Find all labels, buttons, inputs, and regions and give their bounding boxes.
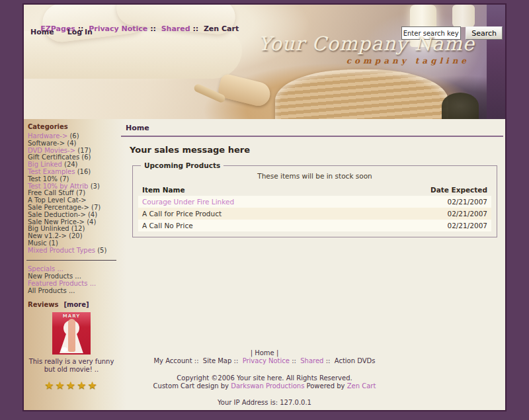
footer-link: :: xyxy=(323,357,334,364)
category-link[interactable]: Sale Percentage-> xyxy=(28,204,89,211)
category-link[interactable]: New v1.2-> xyxy=(28,232,67,239)
nav-login[interactable]: Log In xyxy=(67,28,93,36)
table-row: Courage Under Fire Linked 02/21/2007 xyxy=(138,196,491,208)
category-link[interactable]: Test Examples xyxy=(28,168,75,175)
credit-segment[interactable]: Zen Cart xyxy=(347,382,376,390)
breadcrumb[interactable]: Home xyxy=(119,119,505,136)
category-link[interactable]: Big Unlinked xyxy=(28,225,69,232)
footer-home-link[interactable]: | Home | xyxy=(24,349,505,358)
categories-heading: Categories xyxy=(24,121,119,132)
category-link[interactable]: Sale New Price-> xyxy=(28,218,85,226)
category-count: (24) xyxy=(64,161,78,168)
product-name: A Call for Price Product xyxy=(142,210,428,218)
footer-link[interactable]: Shared xyxy=(300,357,323,364)
poster-title: MARY xyxy=(52,314,91,319)
category-count: (7) xyxy=(60,175,69,183)
info-link-row: Specials ... xyxy=(28,265,119,273)
reviews-more-link[interactable]: [more] xyxy=(63,301,89,308)
table-header-row: Item Name Date Expected xyxy=(138,184,491,196)
category-count: (6) xyxy=(69,132,79,140)
footer-link[interactable]: Action DVDs xyxy=(335,357,376,364)
category-list: Hardware-> (6) Software-> (4) DVD Movies… xyxy=(24,132,119,255)
header-right-band xyxy=(487,5,505,119)
info-link[interactable]: All Products ... xyxy=(28,287,75,294)
category-link[interactable]: Test 10% by Attrib xyxy=(28,183,88,190)
category-count: (5) xyxy=(97,247,106,254)
category-link[interactable]: Big Linked xyxy=(28,161,62,168)
info-link-row: All Products ... xyxy=(28,287,119,294)
breadcrumb-rule xyxy=(121,136,503,137)
col-date-expected: Date Expected xyxy=(428,186,487,194)
main-nav: HomeLog In xyxy=(30,28,106,36)
category-count: (1) xyxy=(49,239,58,247)
footer-credits: Custom Cart design by Darkswan Productio… xyxy=(24,382,505,399)
credit-segment: Custom Cart design by xyxy=(153,382,231,390)
info-link[interactable]: New Products ... xyxy=(28,273,81,280)
footer-link: :: xyxy=(290,357,300,364)
upcoming-products-panel: Upcoming Products These items will be in… xyxy=(132,161,497,237)
footer-link: :: xyxy=(192,357,203,364)
company-name: Your Company Name xyxy=(259,32,475,55)
upcoming-legend: Upcoming Products xyxy=(141,161,224,169)
copyright-text: Copyright ©2006 Your site here. All Righ… xyxy=(24,374,505,383)
site-header: EZPages :: Privacy Notice :: Shared :: Z… xyxy=(24,5,505,119)
category-link[interactable]: A Top Level Cat-> xyxy=(28,196,87,204)
candle-decor xyxy=(452,5,475,27)
nav-link: :: xyxy=(147,24,161,33)
footer-link[interactable]: My Account xyxy=(153,357,192,364)
category-count: (16) xyxy=(77,168,91,175)
nav-home[interactable]: Home xyxy=(30,28,54,36)
poster-figure xyxy=(68,319,75,352)
category-link[interactable]: Mixed Product Types xyxy=(28,247,95,254)
category-link[interactable]: DVD Movies-> xyxy=(28,147,75,154)
upcoming-table-body: Courage Under Fire Linked 02/21/2007 A C… xyxy=(138,196,491,231)
footer-link[interactable]: Privacy Notice xyxy=(243,357,290,364)
info-link[interactable]: Specials ... xyxy=(28,265,63,273)
category-count: (4) xyxy=(88,211,97,218)
info-link-row: Featured Products ... xyxy=(28,280,119,287)
category-link[interactable]: Test 10% xyxy=(28,175,58,183)
table-row: A Call No Price 02/21/2007 xyxy=(138,220,491,231)
category-count: (20) xyxy=(69,232,83,239)
category-link[interactable]: Software-> xyxy=(28,140,65,147)
info-link[interactable]: Featured Products ... xyxy=(28,280,96,287)
product-name[interactable]: Courage Under Fire Linked xyxy=(142,198,428,206)
category-link[interactable]: Gift Certificates xyxy=(28,153,79,161)
category-link[interactable]: Free Call Stuff xyxy=(28,189,74,196)
category-count: (7) xyxy=(91,204,101,211)
category-count: (4) xyxy=(67,140,76,147)
date-expected: 02/21/2007 xyxy=(428,210,487,218)
footer-link: :: xyxy=(231,357,242,364)
branding: Your Company Name company tagline xyxy=(259,32,475,65)
category-link[interactable]: Music xyxy=(28,239,46,247)
category-link[interactable]: Hardware-> xyxy=(28,132,67,140)
nav-link[interactable]: Shared xyxy=(161,24,190,33)
scoop-decor xyxy=(217,73,272,108)
reviews-heading: Reviews[more] xyxy=(24,294,119,310)
vase-decor xyxy=(442,93,479,119)
wicker-basket-decor xyxy=(275,69,448,119)
category-count: (7) xyxy=(76,189,85,196)
category-item: Mixed Product Types (5) xyxy=(28,247,119,255)
ip-address: Your IP Address is: 127.0.0.1 xyxy=(24,399,505,407)
footer: | Home | My Account :: Site Map :: Priva… xyxy=(24,349,505,407)
category-count: (4) xyxy=(87,218,96,226)
content-area: Categories Hardware-> (6) Software-> (4)… xyxy=(24,119,505,410)
nav-link[interactable]: Zen Cart xyxy=(204,24,239,33)
product-name: A Call No Price xyxy=(142,222,428,230)
nav-link: :: xyxy=(190,24,204,33)
footer-link[interactable]: Site Map xyxy=(203,357,231,364)
category-link[interactable]: Sale Deduction-> xyxy=(28,211,86,218)
reviews-title: Reviews xyxy=(28,301,58,308)
credit-segment: Powered by xyxy=(304,382,346,390)
credit-segment[interactable]: Darkswan Productions xyxy=(231,382,304,390)
category-count: (3) xyxy=(91,183,100,190)
date-expected: 02/21/2007 xyxy=(428,198,487,206)
table-row: A Call for Price Product 02/21/2007 xyxy=(138,208,491,220)
info-links: Specials ... New Products ... Featured P… xyxy=(24,265,119,295)
info-link-row: New Products ... xyxy=(28,273,119,280)
sidebar-divider xyxy=(26,260,116,261)
category-count: (17) xyxy=(77,147,91,154)
page-container: EZPages :: Privacy Notice :: Shared :: Z… xyxy=(22,3,507,411)
company-tagline: company tagline xyxy=(259,56,475,65)
